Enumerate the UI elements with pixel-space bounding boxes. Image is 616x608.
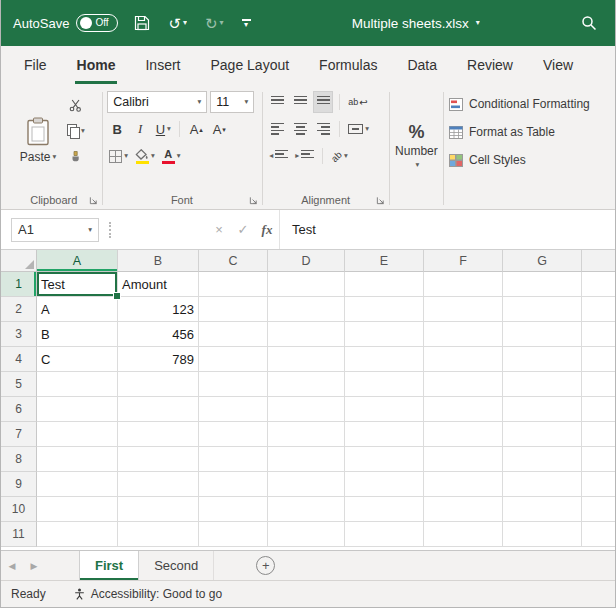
cell-x3[interactable] (582, 322, 615, 347)
cell-B11[interactable] (118, 522, 199, 547)
cell-E9[interactable] (345, 472, 424, 497)
cell-A10[interactable] (37, 497, 118, 522)
cell-x10[interactable] (582, 497, 615, 522)
format-as-table-button[interactable]: Format as Table (449, 120, 611, 144)
cell-F11[interactable] (424, 522, 503, 547)
cell-G2[interactable] (503, 297, 582, 322)
cell-A5[interactable] (37, 372, 118, 397)
cell-D9[interactable] (268, 472, 345, 497)
row-header-2[interactable]: 2 (1, 297, 37, 322)
cell-G11[interactable] (503, 522, 582, 547)
cell-F6[interactable] (424, 397, 503, 422)
cell-A6[interactable] (37, 397, 118, 422)
ribbon-tab-data[interactable]: Data (392, 46, 452, 84)
cell-C11[interactable] (199, 522, 268, 547)
ribbon-tab-formulas[interactable]: Formulas (304, 46, 392, 84)
bold-button[interactable]: B (107, 118, 127, 140)
cell-C2[interactable] (199, 297, 268, 322)
cell-x11[interactable] (582, 522, 615, 547)
cell-G5[interactable] (503, 372, 582, 397)
cell-B6[interactable] (118, 397, 199, 422)
cell-D8[interactable] (268, 447, 345, 472)
row-header-1[interactable]: 1 (1, 272, 37, 297)
cell-x2[interactable] (582, 297, 615, 322)
conditional-formatting-button[interactable]: Conditional Formatting (449, 92, 611, 116)
accessibility-status[interactable]: Accessibility: Good to go (74, 587, 222, 601)
ribbon-tab-insert[interactable]: Insert (130, 46, 195, 84)
underline-button[interactable]: U▾ (153, 118, 173, 140)
alignment-dialog-launcher[interactable] (376, 196, 385, 205)
cell-D3[interactable] (268, 322, 345, 347)
select-all-corner[interactable] (1, 250, 37, 272)
cell-C1[interactable] (199, 272, 268, 297)
cell-D4[interactable] (268, 347, 345, 372)
cell-A3[interactable]: B (37, 322, 118, 347)
insert-function-button[interactable]: fx (255, 223, 279, 236)
wrap-text-button[interactable]: ab↩ (346, 91, 369, 113)
fill-color-button[interactable]: ▾ (133, 145, 157, 167)
cell-B3[interactable]: 456 (118, 322, 199, 347)
column-header-D[interactable]: D (268, 250, 345, 272)
cell-E3[interactable] (345, 322, 424, 347)
bottom-align-button[interactable] (313, 91, 333, 113)
cancel-button[interactable]: × (207, 223, 231, 236)
cell-C8[interactable] (199, 447, 268, 472)
cell-G3[interactable] (503, 322, 582, 347)
cell-D10[interactable] (268, 497, 345, 522)
formula-bar-resize-handle[interactable] (109, 222, 111, 238)
cell-E4[interactable] (345, 347, 424, 372)
cell-B2[interactable]: 123 (118, 297, 199, 322)
cell-E2[interactable] (345, 297, 424, 322)
column-header-overflow[interactable] (582, 250, 615, 272)
cell-E8[interactable] (345, 447, 424, 472)
ribbon-tab-review[interactable]: Review (452, 46, 528, 84)
new-sheet-button[interactable]: + (256, 556, 275, 575)
cell-D2[interactable] (268, 297, 345, 322)
cell-G6[interactable] (503, 397, 582, 422)
cell-E10[interactable] (345, 497, 424, 522)
cell-E5[interactable] (345, 372, 424, 397)
cell-E11[interactable] (345, 522, 424, 547)
cell-B4[interactable]: 789 (118, 347, 199, 372)
cell-x6[interactable] (582, 397, 615, 422)
formula-input[interactable]: Test (279, 210, 615, 249)
cell-D5[interactable] (268, 372, 345, 397)
row-header-5[interactable]: 5 (1, 372, 37, 397)
format-painter-button[interactable] (65, 146, 87, 168)
align-left-button[interactable] (267, 118, 287, 140)
row-header-11[interactable]: 11 (1, 522, 37, 547)
number-format-button[interactable]: % Number ▾ (395, 90, 439, 209)
ribbon-tab-page-layout[interactable]: Page Layout (195, 46, 304, 84)
cell-F2[interactable] (424, 297, 503, 322)
column-header-A[interactable]: A (37, 250, 118, 272)
cut-button[interactable] (65, 94, 87, 116)
cell-G7[interactable] (503, 422, 582, 447)
cell-A11[interactable] (37, 522, 118, 547)
font-color-button[interactable]: A ▾ (160, 145, 183, 167)
cell-D6[interactable] (268, 397, 345, 422)
font-dialog-launcher[interactable] (249, 196, 258, 205)
align-center-button[interactable] (290, 118, 310, 140)
document-title-button[interactable]: Multiple sheets.xlsx ▾ (253, 16, 579, 31)
row-header-6[interactable]: 6 (1, 397, 37, 422)
cell-F7[interactable] (424, 422, 503, 447)
cell-C9[interactable] (199, 472, 268, 497)
cell-G4[interactable] (503, 347, 582, 372)
sheet-tab-second[interactable]: Second (139, 551, 214, 580)
column-header-F[interactable]: F (424, 250, 503, 272)
cell-C3[interactable] (199, 322, 268, 347)
save-button[interactable] (132, 13, 152, 33)
cell-F5[interactable] (424, 372, 503, 397)
status-ready[interactable]: Ready (11, 587, 46, 601)
cell-D7[interactable] (268, 422, 345, 447)
cell-F9[interactable] (424, 472, 503, 497)
cell-x5[interactable] (582, 372, 615, 397)
autosave-toggle[interactable]: AutoSave Off (13, 14, 118, 32)
cell-styles-button[interactable]: Cell Styles (449, 148, 611, 172)
cell-G1[interactable] (503, 272, 582, 297)
cell-x1[interactable] (582, 272, 615, 297)
sheet-tab-first[interactable]: First (79, 551, 139, 580)
cell-C10[interactable] (199, 497, 268, 522)
cell-C4[interactable] (199, 347, 268, 372)
cell-x8[interactable] (582, 447, 615, 472)
